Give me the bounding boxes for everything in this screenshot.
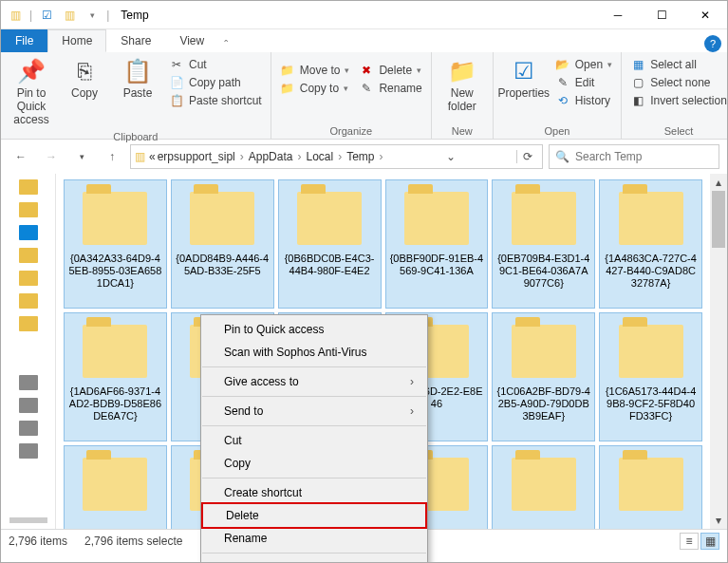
folder-item[interactable]: {1A4863CA-727C-4427-B440-C9AD8C32787A} xyxy=(599,179,702,309)
context-give-access[interactable]: Give access to› xyxy=(201,370,427,393)
nav-item[interactable] xyxy=(19,271,38,286)
folder-icon: ▥ xyxy=(7,7,24,24)
back-button[interactable]: ← xyxy=(9,144,33,169)
close-button[interactable]: ✕ xyxy=(683,1,727,29)
folder-item[interactable]: {1C06A2BF-BD79-42B5-A90D-79D0DB3B9EAF} xyxy=(492,312,595,441)
folder-item[interactable] xyxy=(599,445,702,529)
help-icon[interactable]: ? xyxy=(704,35,721,52)
group-label: Open xyxy=(499,123,615,139)
nav-item[interactable] xyxy=(19,421,38,436)
nav-item[interactable] xyxy=(19,225,38,240)
breadcrumb-item[interactable]: Local xyxy=(306,150,333,163)
breadcrumb-root[interactable]: « xyxy=(149,150,156,163)
copy-button[interactable]: ⎘Copy xyxy=(60,55,109,103)
breadcrumb-item[interactable]: AppData xyxy=(249,150,293,163)
open-button[interactable]: 📂Open ▾ xyxy=(552,57,615,72)
chevron-down-icon: ▾ xyxy=(344,84,348,93)
nav-item[interactable] xyxy=(19,293,38,309)
chevron-down-icon: ▾ xyxy=(607,60,612,69)
icons-view-button[interactable]: ▦ xyxy=(700,533,719,550)
dropdown-button[interactable]: ⌄ xyxy=(440,150,461,163)
nav-item[interactable] xyxy=(19,179,38,195)
context-pin[interactable]: Pin to Quick access xyxy=(201,318,427,341)
scroll-down-button[interactable]: ▾ xyxy=(710,512,727,529)
context-cut[interactable]: Cut xyxy=(201,429,427,452)
nav-item[interactable] xyxy=(19,398,38,413)
invert-selection-button[interactable]: ◧Invert selection xyxy=(627,93,728,108)
scroll-up-button[interactable]: ▴ xyxy=(710,174,727,191)
maximize-button[interactable]: ☐ xyxy=(640,1,683,29)
move-to-button[interactable]: 📁Move to ▾ xyxy=(277,63,353,78)
nav-item[interactable] xyxy=(19,375,38,390)
select-none-button[interactable]: ▢Select none xyxy=(627,75,728,90)
chevron-right-icon: › xyxy=(410,404,414,418)
select-all-button[interactable]: ▦Select all xyxy=(627,57,728,72)
breadcrumb-item[interactable]: erpsupport_sipl xyxy=(158,150,235,163)
up-button[interactable]: ↑ xyxy=(100,144,124,169)
nav-item[interactable] xyxy=(19,316,38,331)
nav-item[interactable] xyxy=(19,443,38,459)
folder-item[interactable]: {0B6BDC0B-E4C3-44B4-980F-E4E2 xyxy=(278,179,382,309)
tab-view[interactable]: View xyxy=(165,29,218,52)
new-folder-button[interactable]: 📁New folder xyxy=(438,55,487,116)
pin-to-quick-access-button[interactable]: 📌Pin to Quick access xyxy=(7,55,56,129)
context-copy[interactable]: Copy xyxy=(201,452,427,475)
properties-button[interactable]: ☑Properties xyxy=(499,55,549,103)
invert-icon: ◧ xyxy=(630,94,645,107)
folder-item[interactable] xyxy=(64,445,167,529)
folder-item[interactable]: {0A342A33-64D9-45EB-8955-03EA6581DCA1} xyxy=(64,179,167,309)
item-count: 2,796 items xyxy=(9,535,67,548)
context-send-to[interactable]: Send to› xyxy=(201,400,427,422)
copy-path-button[interactable]: 📄Copy path xyxy=(166,75,265,90)
context-rename[interactable]: Rename xyxy=(201,527,427,550)
folder-item[interactable]: {1AD6AF66-9371-4AD2-BDB9-D58E86DE6A7C} xyxy=(64,312,167,441)
context-scan[interactable]: Scan with Sophos Anti-Virus xyxy=(201,341,427,364)
context-delete[interactable]: Delete xyxy=(201,502,427,529)
context-create-shortcut[interactable]: Create shortcut xyxy=(201,481,427,504)
search-input[interactable]: 🔍 Search Temp xyxy=(549,144,719,169)
scroll-thumb[interactable] xyxy=(712,191,725,248)
history-button[interactable]: ⟲History xyxy=(552,93,615,108)
details-view-button[interactable]: ≡ xyxy=(680,533,699,550)
folder-icon xyxy=(83,325,147,378)
folder-item[interactable]: {0ADD84B9-A446-45AD-B33E-25F5 xyxy=(171,179,274,309)
qat-divider: | xyxy=(29,9,32,22)
delete-button[interactable]: ✖Delete ▾ xyxy=(356,63,424,78)
tab-file[interactable]: File xyxy=(1,29,47,52)
tab-share[interactable]: Share xyxy=(106,29,165,52)
context-properties[interactable]: Properties xyxy=(201,556,427,563)
folder-icon xyxy=(83,458,147,511)
qat-dropdown-icon[interactable]: ▾ xyxy=(84,7,101,24)
cut-button[interactable]: ✂Cut xyxy=(166,57,265,72)
new-folder-icon: 📁 xyxy=(448,58,476,84)
navigation-pane[interactable] xyxy=(1,174,56,529)
folder-icon xyxy=(297,192,362,245)
breadcrumb[interactable]: ▥ « erpsupport_sipl› AppData› Local› Tem… xyxy=(130,144,543,169)
paste-button[interactable]: 📋Paste xyxy=(113,55,162,103)
checkbox-icon[interactable]: ☑ xyxy=(38,7,55,24)
copy-to-button[interactable]: 📁Copy to ▾ xyxy=(277,81,353,96)
folder-item[interactable] xyxy=(492,445,595,529)
tab-home[interactable]: Home xyxy=(47,29,106,52)
nav-item[interactable] xyxy=(19,202,38,217)
chevron-down-icon: ▾ xyxy=(345,66,349,75)
paste-shortcut-button[interactable]: 📋Paste shortcut xyxy=(166,93,265,108)
chevron-right-icon: › xyxy=(294,150,304,163)
breadcrumb-item[interactable]: Temp xyxy=(346,150,374,163)
folder-item[interactable]: {1C6A5173-44D4-49B8-9CF2-5F8D40FD33FC} xyxy=(599,312,702,441)
edit-button[interactable]: ✎Edit xyxy=(552,75,615,90)
forward-button[interactable]: → xyxy=(39,144,64,169)
rename-button[interactable]: ✎Rename xyxy=(356,81,424,96)
select-none-icon: ▢ xyxy=(630,76,645,89)
folder-item[interactable]: {0BBF90DF-91EB-4569-9C41-136A xyxy=(385,179,489,309)
horizontal-scrollbar[interactable] xyxy=(9,517,47,523)
vertical-scrollbar[interactable]: ▴ ▾ xyxy=(710,174,727,529)
minimize-button[interactable]: ─ xyxy=(596,1,640,29)
recent-locations-button[interactable]: ▾ xyxy=(69,144,94,169)
refresh-button[interactable]: ⟳ xyxy=(516,150,538,163)
folder-label: {1A4863CA-727C-4427-B440-C9AD8C32787A} xyxy=(604,253,698,290)
nav-item[interactable] xyxy=(19,248,38,263)
folder-item[interactable]: {0EB709B4-E3D1-49C1-BE64-036A7A9077C6} xyxy=(492,179,595,309)
collapse-ribbon-icon[interactable]: ˆ xyxy=(218,39,233,52)
group-label: Clipboard xyxy=(7,129,265,144)
